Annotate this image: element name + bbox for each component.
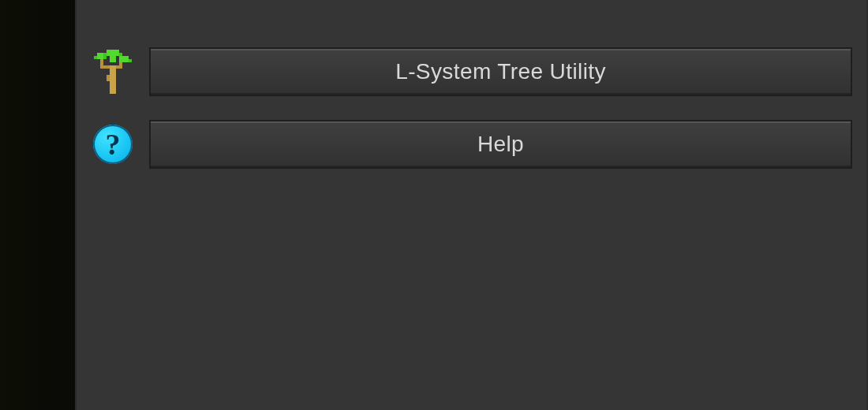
svg-rect-12 [119,56,129,62]
svg-rect-2 [100,59,103,69]
svg-rect-1 [107,75,110,81]
button-label: L-System Tree Utility [395,59,606,84]
lsystem-tree-utility-button[interactable]: L-System Tree Utility [149,47,852,96]
svg-rect-13 [129,59,132,62]
menu-row-help: ? Help [91,120,852,169]
help-badge-circle: ? [93,125,133,164]
svg-rect-5 [116,65,119,69]
svg-rect-9 [110,56,116,62]
background-left [0,0,47,410]
svg-rect-11 [94,56,97,59]
svg-rect-0 [110,65,116,94]
help-button[interactable]: Help [149,120,852,169]
svg-rect-7 [103,53,107,59]
svg-rect-6 [107,50,119,56]
svg-rect-4 [119,62,122,69]
help-icon: ? [91,122,135,166]
tree-icon [91,50,135,94]
svg-rect-3 [103,65,110,69]
menu-panel: L-System Tree Utility ? Help [75,0,868,410]
svg-rect-10 [97,53,103,59]
stage: L-System Tree Utility ? Help [0,0,868,410]
menu-row-lsystem: L-System Tree Utility [91,47,852,96]
help-badge-glyph: ? [106,129,121,159]
button-label: Help [477,132,524,157]
